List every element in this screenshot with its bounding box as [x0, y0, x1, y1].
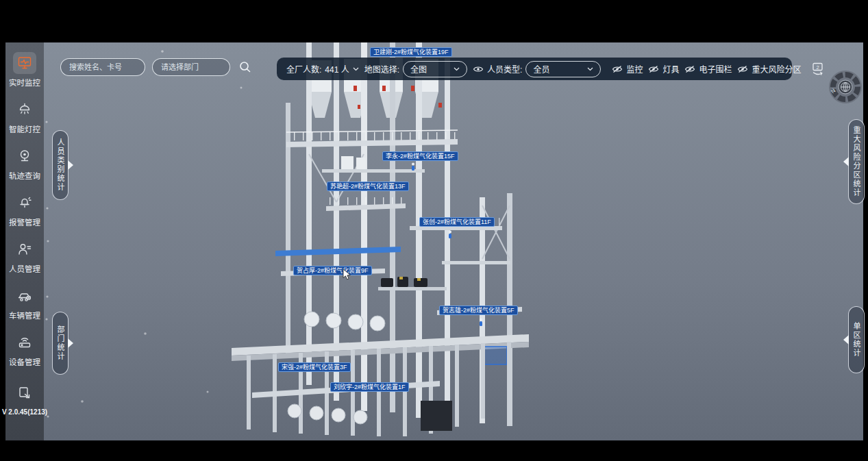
tab-major-risk-zone-stats[interactable]: 重大风险分区统计: [848, 119, 865, 204]
toggle-electronic-fence[interactable]: 电子围栏: [684, 63, 732, 75]
sidebar-item-smart-lighting[interactable]: 智能灯控: [5, 99, 44, 134]
sidebar-item-screen-exit[interactable]: [5, 382, 44, 404]
person-location-label[interactable]: 贺志雄-2#粉煤气化装置5F: [439, 306, 518, 315]
compass-navigation-widget[interactable]: N: [828, 69, 863, 108]
tab-label: 人员类别统计: [55, 138, 66, 192]
person-list-icon: [13, 238, 36, 260]
map-select-value: 全图: [410, 63, 427, 75]
search-bar: [60, 58, 253, 76]
toggle-label: 重大风险分区: [752, 63, 801, 75]
expand-arrow-icon: [68, 338, 73, 348]
eye-off-icon: [737, 65, 748, 73]
person-type-value: 全员: [533, 63, 549, 75]
toggle-label: 灯具: [662, 63, 679, 75]
chevron-down-icon: [454, 67, 460, 71]
device-signal-icon: [13, 332, 36, 353]
tab-label: 部门统计: [55, 325, 66, 361]
map-select-label: 地图选择:: [364, 63, 399, 75]
search-name-input[interactable]: [60, 58, 145, 76]
sidebar-item-label: 人员管理: [9, 263, 40, 274]
person-type-dropdown[interactable]: 全员: [525, 61, 601, 77]
person-marker[interactable]: [447, 229, 453, 242]
person-location-label[interactable]: 李永-2#粉煤气化装置15F: [382, 151, 458, 161]
sidebar-item-trajectory-query[interactable]: 轨迹查询: [5, 145, 44, 181]
person-location-label[interactable]: 张创-2#粉煤气化装置11F: [419, 217, 495, 227]
expand-arrow-icon: [843, 335, 849, 345]
sidebar-item-label: 报警管理: [9, 216, 40, 227]
sidebar-item-label: 轨迹查询: [9, 170, 40, 181]
total-personnel-value: 441 人: [325, 63, 349, 75]
version-label: V 2.0.45(1213): [2, 408, 47, 416]
map-select-dropdown[interactable]: 全图: [403, 61, 467, 77]
sidebar-item-label: 实时监控: [9, 77, 40, 88]
lamp-icon: [13, 99, 36, 121]
left-sidebar: 实时监控 智能灯控 轨迹查询 报警管理 人员管理: [5, 42, 44, 440]
sidebar-item-alarm-management[interactable]: 报警管理: [5, 192, 44, 227]
toggle-label: 监控: [626, 63, 643, 75]
chevron-down-icon: [353, 67, 359, 71]
track-camera-icon: [13, 145, 36, 167]
search-button[interactable]: [237, 59, 253, 75]
chevron-down-icon: [587, 67, 593, 71]
person-type-label: 人员类型:: [487, 63, 522, 75]
map-control-bar: 全厂人数: 441 人 地图选择: 全图 人员类型: 全员 监控 灯具: [277, 58, 792, 80]
person-location-label[interactable]: 苏艳超-2#粉煤气化装置13F: [327, 182, 409, 191]
exit-screen-icon: [13, 382, 36, 404]
toggle-label: 电子围栏: [699, 63, 732, 75]
alarm-bell-icon: [13, 192, 36, 214]
sidebar-item-vehicle-management[interactable]: 车辆管理: [5, 285, 44, 321]
tab-single-zone-stats[interactable]: 单区统计: [848, 306, 865, 373]
toggle-major-risk-zone[interactable]: 重大风险分区: [737, 63, 801, 75]
car-gear-icon: [13, 285, 36, 307]
person-location-label[interactable]: 宋强-2#粉煤气化装置3F: [278, 362, 351, 372]
eye-off-icon: [684, 65, 695, 73]
expand-arrow-icon: [843, 157, 849, 166]
sidebar-item-label: 智能灯控: [9, 123, 40, 134]
total-personnel-label: 全厂人数:: [286, 63, 321, 75]
person-location-label[interactable]: 卫建刚-2#粉煤气化装置19F: [370, 47, 452, 57]
sidebar-item-equipment-management[interactable]: 设备管理: [5, 332, 44, 367]
department-select-input[interactable]: [152, 58, 230, 76]
toggle-lighting[interactable]: 灯具: [648, 63, 679, 75]
sidebar-item-realtime-monitor[interactable]: 实时监控: [5, 52, 44, 88]
expand-arrow-icon: [68, 160, 73, 170]
app-window: 卫建刚-2#粉煤气化装置19F 李永-2#粉煤气化装置15F 苏艳超-2#粉煤气…: [0, 0, 868, 461]
person-location-label[interactable]: 贺占厚-2#粉煤气化装置9F: [293, 266, 372, 275]
tab-personnel-category-stats[interactable]: 人员类别统计: [52, 130, 69, 200]
eye-off-icon: [612, 65, 623, 73]
switch-2d-badge: 2: [817, 64, 819, 70]
tab-department-stats[interactable]: 部门统计: [52, 312, 69, 375]
sidebar-item-personnel-management[interactable]: 人员管理: [5, 238, 44, 274]
person-marker[interactable]: [478, 317, 484, 329]
person-marker[interactable]: [410, 162, 416, 174]
globe-icon: [841, 83, 850, 92]
switch-2d-button[interactable]: 2: [810, 62, 826, 77]
tab-label: 单区统计: [851, 322, 862, 358]
eye-off-icon: [648, 65, 659, 73]
person-location-label[interactable]: 刘欣宇-2#粉煤气化装置1F: [330, 382, 409, 392]
toggle-monitoring[interactable]: 监控: [612, 63, 643, 75]
tab-label: 重大风险分区统计: [851, 126, 862, 197]
sidebar-item-label: 设备管理: [9, 356, 40, 367]
total-personnel-dropdown[interactable]: 全厂人数: 441 人: [286, 63, 359, 75]
eye-icon: [473, 65, 484, 73]
monitor-pulse-icon: [13, 52, 36, 74]
sidebar-item-label: 车辆管理: [9, 310, 40, 321]
